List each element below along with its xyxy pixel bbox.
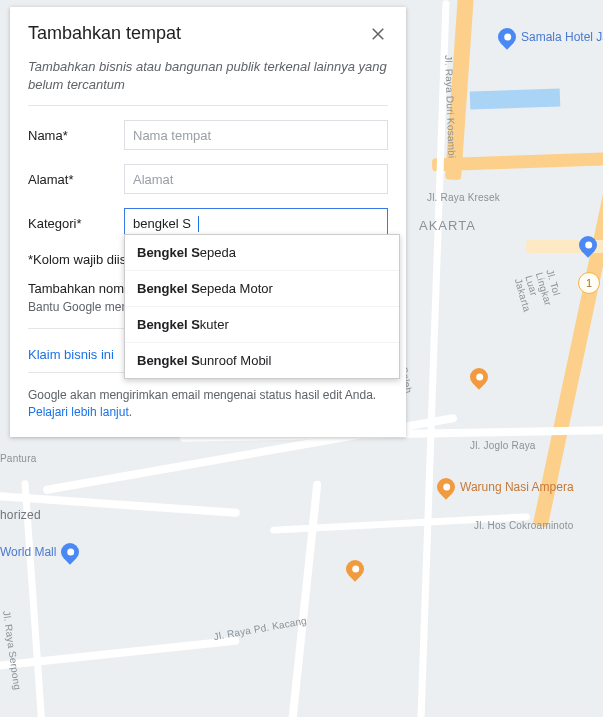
poi-label: World Mall xyxy=(0,545,56,559)
poi-lippo[interactable]: Lippo xyxy=(579,236,603,254)
road-label: Pantura xyxy=(0,453,36,464)
text-caret xyxy=(198,216,199,232)
dialog-title: Tambahkan tempat xyxy=(28,23,181,44)
learn-more-link[interactable]: Pelajari lebih lanjut xyxy=(28,405,129,419)
poi-marker[interactable] xyxy=(346,560,364,578)
poi-label: Samala Hotel Jakarta Cengka xyxy=(521,30,603,44)
footer-text: Google akan mengirimkan email mengenai s… xyxy=(28,388,376,402)
food-icon xyxy=(342,556,367,581)
poi-warung[interactable]: Warung Nasi Ampera xyxy=(437,478,574,496)
dialog-footer: Google akan mengirimkan email mengenai s… xyxy=(28,387,388,421)
route-shield: 1 xyxy=(578,272,600,294)
suggestion-item[interactable]: Bengkel Skuter xyxy=(125,307,399,343)
category-label: Kategori* xyxy=(28,216,124,231)
road-label: Jl. Tol Lingkar Luar Jakarta xyxy=(513,268,569,326)
poi-marker[interactable] xyxy=(470,368,488,386)
poi-hotel[interactable]: Samala Hotel Jakarta Cengka xyxy=(498,28,603,46)
road-label: Jl. Raya Serpong xyxy=(1,610,23,691)
food-icon xyxy=(433,474,458,499)
category-suggestions: Bengkel Sepeda Bengkel Sepeda Motor Beng… xyxy=(124,234,400,379)
suggestion-item[interactable]: Bengkel Sunroof Mobil xyxy=(125,343,399,378)
poi-worldmall[interactable]: World Mall xyxy=(0,543,79,561)
road-label: Jl. Raya Pd. Kacang xyxy=(213,615,308,642)
shopping-icon xyxy=(58,539,83,564)
area-label: AKARTA xyxy=(419,218,476,233)
name-label: Nama* xyxy=(28,128,124,143)
close-button[interactable] xyxy=(368,24,388,44)
food-icon xyxy=(466,364,491,389)
suggestion-item[interactable]: Bengkel Sepeda Motor xyxy=(125,271,399,307)
poi-label: horized xyxy=(0,508,41,522)
hotel-icon xyxy=(494,24,519,49)
address-input[interactable] xyxy=(124,164,388,194)
road-label: Jl. Raya Kresek xyxy=(427,192,500,203)
divider xyxy=(28,105,388,106)
suggestion-item[interactable]: Bengkel Sepeda xyxy=(125,235,399,271)
road-label: Jl. Joglo Raya xyxy=(470,440,536,451)
poi-label: Warung Nasi Ampera xyxy=(460,480,574,494)
close-icon xyxy=(369,25,387,43)
dialog-subtitle: Tambahkan bisnis atau bangunan publik te… xyxy=(28,58,388,93)
road-label: Jl. Hos Cokroaminoto xyxy=(474,520,574,531)
shopping-icon xyxy=(575,232,600,257)
name-input[interactable] xyxy=(124,120,388,150)
address-label: Alamat* xyxy=(28,172,124,187)
